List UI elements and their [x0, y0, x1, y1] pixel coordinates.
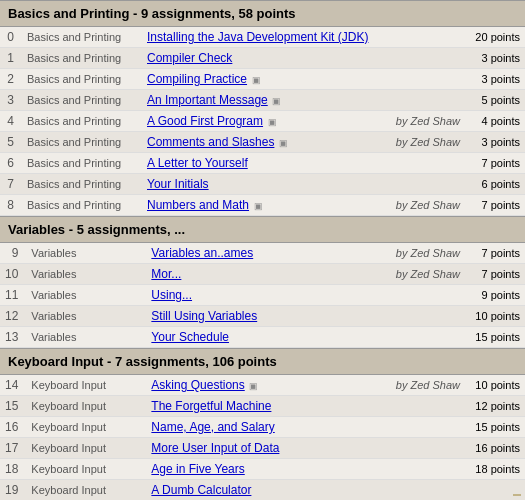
row-number: 11: [0, 285, 26, 306]
row-author: [341, 306, 465, 327]
row-title[interactable]: Your Initials: [142, 174, 387, 195]
row-category: Basics and Printing: [22, 111, 142, 132]
row-title[interactable]: Variables an..ames: [146, 243, 340, 264]
row-link[interactable]: Compiling Practice: [147, 72, 247, 86]
row-points: 10 points: [465, 306, 525, 327]
row-category: Keyboard Input: [26, 438, 146, 459]
row-link[interactable]: Compiler Check: [147, 51, 232, 65]
row-author: by Zed Shaw: [387, 195, 465, 216]
row-link[interactable]: A Letter to Yourself: [147, 156, 248, 170]
row-title[interactable]: Using...: [146, 285, 340, 306]
row-points: 10 points: [465, 375, 525, 396]
table-row: 14Keyboard InputAsking Questions ▣by Zed…: [0, 375, 525, 396]
row-link[interactable]: Installing the Java Development Kit (JDK…: [147, 30, 368, 44]
row-title[interactable]: An Important Message ▣: [142, 90, 387, 111]
row-number: 2: [0, 69, 22, 90]
row-title[interactable]: Still Using Variables: [146, 306, 340, 327]
row-title[interactable]: Compiler Check: [142, 48, 387, 69]
row-link[interactable]: Using...: [151, 288, 192, 302]
row-points: 3 points: [465, 48, 525, 69]
row-number: 14: [0, 375, 26, 396]
row-author: [354, 459, 465, 480]
row-title[interactable]: Asking Questions ▣: [146, 375, 353, 396]
row-title[interactable]: Comments and Slashes ▣: [142, 132, 387, 153]
row-link[interactable]: A Good First Program: [147, 114, 263, 128]
row-link[interactable]: Numbers and Math: [147, 198, 249, 212]
row-number: 7: [0, 174, 22, 195]
row-author: [354, 396, 465, 417]
row-author: [354, 438, 465, 459]
table-row: 10VariablesMor...by Zed Shaw7 points: [0, 264, 525, 285]
row-link[interactable]: Still Using Variables: [151, 309, 257, 323]
row-category: Keyboard Input: [26, 375, 146, 396]
row-link[interactable]: An Important Message: [147, 93, 268, 107]
row-title[interactable]: The Forgetful Machine: [146, 396, 353, 417]
row-category: Variables: [26, 264, 146, 285]
row-number: 18: [0, 459, 26, 480]
row-category: Basics and Printing: [22, 27, 142, 48]
row-link[interactable]: Name, Age, and Salary: [151, 420, 274, 434]
row-number: 0: [0, 27, 22, 48]
row-category: Variables: [26, 327, 146, 348]
row-title[interactable]: Your Schedule: [146, 327, 340, 348]
row-points: 15 points: [465, 417, 525, 438]
row-title[interactable]: A Dumb Calculator: [146, 480, 353, 501]
row-link[interactable]: Asking Questions: [151, 378, 244, 392]
table-row: 18Keyboard InputAge in Five Years18 poin…: [0, 459, 525, 480]
row-points: 15 points: [465, 327, 525, 348]
row-title[interactable]: A Good First Program ▣: [142, 111, 387, 132]
table-row: 9VariablesVariables an..amesby Zed Shaw7…: [0, 243, 525, 264]
row-points: 5 points: [465, 90, 525, 111]
section-header-basics: Basics and Printing - 9 assignments, 58 …: [0, 0, 525, 27]
row-author: by Zed Shaw: [354, 375, 465, 396]
row-category: Basics and Printing: [22, 195, 142, 216]
row-category: Keyboard Input: [26, 396, 146, 417]
table-row: 17Keyboard InputMore User Input of Data1…: [0, 438, 525, 459]
row-link[interactable]: The Forgetful Machine: [151, 399, 271, 413]
row-number: 15: [0, 396, 26, 417]
row-link[interactable]: Your Schedule: [151, 330, 229, 344]
row-title[interactable]: Installing the Java Development Kit (JDK…: [142, 27, 387, 48]
row-author: [354, 417, 465, 438]
row-category: Keyboard Input: [26, 459, 146, 480]
row-link[interactable]: More User Input of Data: [151, 441, 279, 455]
row-link[interactable]: Age in Five Years: [151, 462, 244, 476]
row-points: 3 points: [465, 132, 525, 153]
row-points: [465, 480, 525, 501]
row-link[interactable]: Mor...: [151, 267, 181, 281]
row-link[interactable]: A Dumb Calculator: [151, 483, 251, 497]
row-title[interactable]: More User Input of Data: [146, 438, 353, 459]
row-points: 3 points: [465, 69, 525, 90]
table-row: 2Basics and PrintingCompiling Practice ▣…: [0, 69, 525, 90]
table-row: 15Keyboard InputThe Forgetful Machine12 …: [0, 396, 525, 417]
row-title[interactable]: Mor...: [146, 264, 340, 285]
row-title[interactable]: Compiling Practice ▣: [142, 69, 387, 90]
row-link[interactable]: Variables an..ames: [151, 246, 253, 260]
row-points: 18 points: [465, 459, 525, 480]
table-row: 12VariablesStill Using Variables10 point…: [0, 306, 525, 327]
row-icon: ▣: [265, 117, 277, 127]
table-row: 6Basics and PrintingA Letter to Yourself…: [0, 153, 525, 174]
row-category: Basics and Printing: [22, 153, 142, 174]
row-title[interactable]: Numbers and Math ▣: [142, 195, 387, 216]
row-title[interactable]: A Letter to Yourself: [142, 153, 387, 174]
row-title[interactable]: Age in Five Years: [146, 459, 353, 480]
table-row: 16Keyboard InputName, Age, and Salary15 …: [0, 417, 525, 438]
table-keyboard: 14Keyboard InputAsking Questions ▣by Zed…: [0, 375, 525, 500]
row-icon: ▣: [249, 75, 261, 85]
table-row: 19Keyboard InputA Dumb Calculator: [0, 480, 525, 501]
row-link[interactable]: Your Initials: [147, 177, 209, 191]
row-title[interactable]: Name, Age, and Salary: [146, 417, 353, 438]
section-header-variables: Variables - 5 assignments, ...: [0, 216, 525, 243]
row-category: Variables: [26, 243, 146, 264]
row-category: Keyboard Input: [26, 417, 146, 438]
row-points: 7 points: [465, 264, 525, 285]
row-points: 7 points: [465, 195, 525, 216]
row-link[interactable]: Comments and Slashes: [147, 135, 274, 149]
row-number: 12: [0, 306, 26, 327]
row-author: [387, 27, 465, 48]
row-icon: ▣: [276, 138, 288, 148]
row-author: [341, 285, 465, 306]
row-icon: ▣: [251, 201, 263, 211]
table-row: 13VariablesYour Schedule15 points: [0, 327, 525, 348]
